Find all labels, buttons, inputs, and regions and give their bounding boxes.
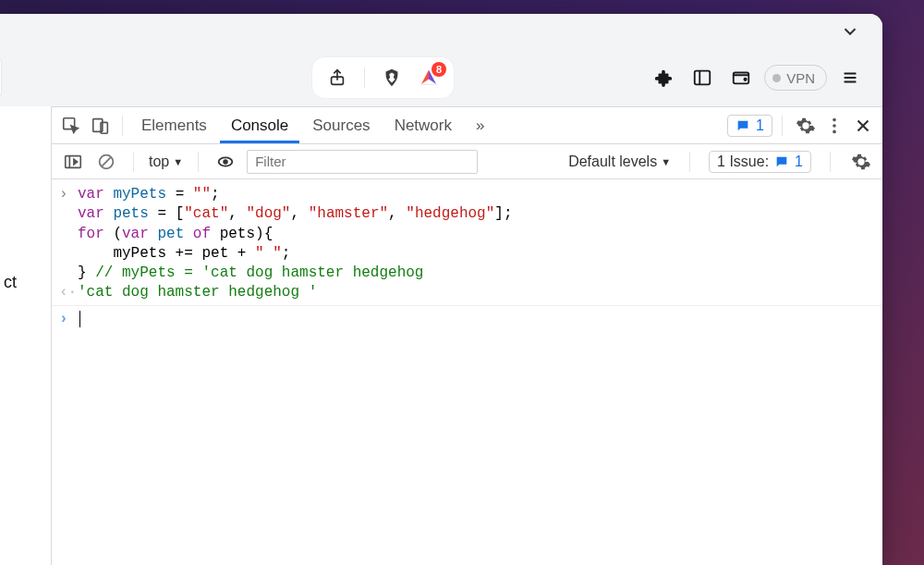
brave-shield-icon[interactable] [376, 62, 407, 93]
device-toggle-icon[interactable] [87, 110, 115, 141]
console-output[interactable]: › var myPets = ""; var pets = ["cat", "d… [52, 179, 882, 565]
browser-toolbar: 8 VPN [0, 49, 882, 106]
console-result: 'cat dog hamster hedgehog ' [78, 283, 317, 302]
browser-window: 8 VPN ct [0, 14, 882, 565]
vpn-label: VPN [786, 70, 815, 86]
tab-sources[interactable]: Sources [301, 107, 381, 143]
svg-point-15 [833, 117, 836, 121]
cursor [79, 311, 80, 327]
close-devtools-icon[interactable] [849, 110, 877, 141]
svg-point-17 [833, 129, 836, 133]
vpn-status-dot [772, 74, 781, 82]
minimize-tabgroup-button[interactable] [834, 16, 866, 47]
console-filterbar: top ▼ Default levels ▼ 1 Issue: [52, 144, 882, 179]
divider [782, 116, 783, 136]
sidebar-toggle-icon[interactable] [687, 62, 718, 93]
devtools-tabbar: Elements Console Sources Network » 1 [52, 107, 882, 144]
divider [830, 152, 831, 172]
svg-point-26 [223, 159, 228, 165]
svg-marker-22 [74, 159, 78, 165]
share-icon[interactable] [322, 62, 353, 93]
divider [122, 116, 123, 136]
console-settings-icon[interactable] [849, 146, 873, 178]
divider [198, 152, 199, 172]
divider [689, 152, 690, 172]
devtools-panel: Elements Console Sources Network » 1 [51, 106, 882, 565]
rewards-badge: 8 [432, 62, 446, 77]
toggle-sidebar-icon[interactable] [61, 146, 85, 178]
context-dropdown[interactable]: top ▼ [149, 154, 183, 170]
brave-rewards-icon[interactable]: 8 [413, 62, 444, 93]
content-area: ct Elements Console Sources Network » [0, 106, 882, 565]
messages-count: 1 [756, 117, 764, 134]
divider [133, 152, 134, 172]
svg-rect-5 [695, 71, 711, 85]
tab-network[interactable]: Network [383, 107, 463, 143]
filter-input[interactable] [247, 150, 478, 174]
messages-count-box[interactable]: 1 [727, 115, 772, 137]
divider [364, 68, 365, 88]
wallet-icon[interactable] [725, 62, 757, 93]
clear-console-icon[interactable] [94, 146, 118, 178]
titlebar [0, 14, 882, 49]
console-prompt[interactable]: › [52, 308, 882, 331]
url-box-fragment[interactable] [0, 59, 2, 96]
tabs-overflow[interactable]: » [465, 107, 495, 143]
console-input-block: › var myPets = ""; var pets = ["cat", "d… [52, 185, 882, 283]
settings-icon[interactable] [792, 110, 820, 141]
extensions-icon[interactable] [648, 62, 679, 93]
code-block: var myPets = ""; var pets = ["cat", "dog… [78, 185, 513, 283]
kebab-menu-icon[interactable] [823, 110, 845, 141]
live-expression-icon[interactable] [213, 146, 237, 178]
inspect-element-icon[interactable] [57, 110, 85, 141]
issues-count: 1 [795, 154, 803, 170]
tab-elements[interactable]: Elements [130, 107, 218, 143]
page-text-fragment: ct [4, 273, 17, 291]
page-content-sliver: ct [0, 106, 51, 565]
levels-dropdown[interactable]: Default levels ▼ [568, 154, 671, 170]
svg-line-24 [102, 157, 110, 166]
menu-icon[interactable] [834, 62, 866, 93]
toolbar-pill-group: 8 [311, 56, 455, 99]
tab-console[interactable]: Console [220, 107, 299, 143]
vpn-button[interactable]: VPN [764, 65, 827, 91]
svg-point-16 [833, 124, 836, 128]
console-result-row: ‹· 'cat dog hamster hedgehog ' [52, 283, 882, 302]
toolbar-right: VPN [648, 62, 882, 93]
svg-point-8 [745, 79, 747, 80]
issues-label: 1 Issue: [717, 154, 769, 170]
issues-box[interactable]: 1 Issue: 1 [709, 151, 811, 173]
